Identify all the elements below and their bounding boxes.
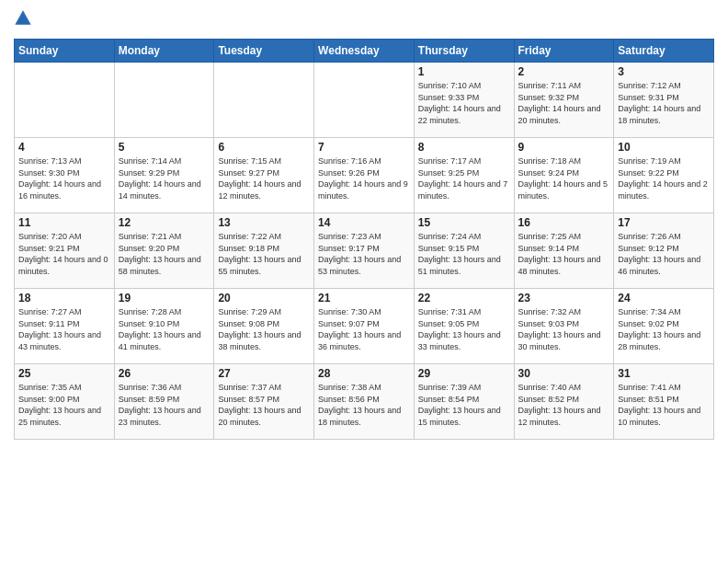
day-number: 4: [18, 141, 110, 154]
calendar-cell: 31Sunrise: 7:41 AMSunset: 8:51 PMDayligh…: [614, 364, 714, 440]
calendar-cell: [214, 63, 314, 138]
calendar-cell: 6Sunrise: 7:15 AMSunset: 9:27 PMDaylight…: [214, 138, 314, 213]
weekday-header-sunday: Sunday: [15, 40, 115, 63]
day-info: Sunrise: 7:30 AMSunset: 9:07 PMDaylight:…: [318, 306, 410, 352]
calendar-cell: 17Sunrise: 7:26 AMSunset: 9:12 PMDayligh…: [614, 213, 714, 289]
day-number: 10: [618, 141, 710, 154]
calendar-cell: 16Sunrise: 7:25 AMSunset: 9:14 PMDayligh…: [514, 213, 614, 289]
day-info: Sunrise: 7:23 AMSunset: 9:17 PMDaylight:…: [318, 231, 410, 277]
calendar-cell: 14Sunrise: 7:23 AMSunset: 9:17 PMDayligh…: [314, 213, 415, 289]
day-info: Sunrise: 7:32 AMSunset: 9:03 PMDaylight:…: [518, 306, 610, 352]
calendar-cell: 20Sunrise: 7:29 AMSunset: 9:08 PMDayligh…: [214, 289, 314, 364]
day-info: Sunrise: 7:13 AMSunset: 9:30 PMDaylight:…: [18, 155, 110, 201]
day-number: 26: [119, 367, 210, 380]
day-number: 28: [318, 367, 410, 380]
day-number: 30: [518, 367, 610, 380]
day-info: Sunrise: 7:14 AMSunset: 9:29 PMDaylight:…: [119, 155, 210, 201]
calendar-cell: 10Sunrise: 7:19 AMSunset: 9:22 PMDayligh…: [614, 138, 714, 213]
day-number: 8: [418, 141, 510, 154]
day-number: 16: [518, 216, 610, 229]
calendar-cell: 15Sunrise: 7:24 AMSunset: 9:15 PMDayligh…: [414, 213, 514, 289]
day-number: 29: [418, 367, 510, 380]
calendar-cell: 9Sunrise: 7:18 AMSunset: 9:24 PMDaylight…: [514, 138, 614, 213]
calendar-cell: 3Sunrise: 7:12 AMSunset: 9:31 PMDaylight…: [614, 63, 714, 138]
page: SundayMondayTuesdayWednesdayThursdayFrid…: [0, 0, 728, 563]
calendar-cell: 8Sunrise: 7:17 AMSunset: 9:25 PMDaylight…: [414, 138, 514, 213]
calendar-cell: 28Sunrise: 7:38 AMSunset: 8:56 PMDayligh…: [314, 364, 415, 440]
day-number: 24: [618, 292, 710, 304]
day-info: Sunrise: 7:40 AMSunset: 8:52 PMDaylight:…: [518, 382, 610, 428]
day-number: 27: [218, 367, 310, 380]
calendar-cell: 26Sunrise: 7:36 AMSunset: 8:59 PMDayligh…: [114, 364, 214, 440]
day-info: Sunrise: 7:26 AMSunset: 9:12 PMDaylight:…: [618, 231, 710, 277]
day-info: Sunrise: 7:12 AMSunset: 9:31 PMDaylight:…: [618, 80, 710, 126]
calendar-cell: 23Sunrise: 7:32 AMSunset: 9:03 PMDayligh…: [514, 289, 614, 364]
day-number: 19: [119, 292, 210, 304]
weekday-header-thursday: Thursday: [414, 40, 514, 63]
calendar-week-5: 25Sunrise: 7:35 AMSunset: 9:00 PMDayligh…: [15, 364, 714, 440]
day-info: Sunrise: 7:41 AMSunset: 8:51 PMDaylight:…: [618, 382, 710, 428]
calendar-table: SundayMondayTuesdayWednesdayThursdayFrid…: [14, 39, 714, 440]
day-number: 13: [218, 216, 310, 229]
day-info: Sunrise: 7:25 AMSunset: 9:14 PMDaylight:…: [518, 231, 610, 277]
logo-icon: [14, 9, 32, 31]
day-info: Sunrise: 7:22 AMSunset: 9:18 PMDaylight:…: [218, 231, 310, 277]
calendar-header-row: SundayMondayTuesdayWednesdayThursdayFrid…: [15, 40, 714, 63]
day-info: Sunrise: 7:15 AMSunset: 9:27 PMDaylight:…: [218, 155, 310, 201]
day-info: Sunrise: 7:16 AMSunset: 9:26 PMDaylight:…: [318, 155, 410, 201]
calendar-week-3: 11Sunrise: 7:20 AMSunset: 9:21 PMDayligh…: [15, 213, 714, 289]
logo: [14, 9, 36, 31]
day-info: Sunrise: 7:27 AMSunset: 9:11 PMDaylight:…: [18, 306, 110, 352]
calendar-cell: 5Sunrise: 7:14 AMSunset: 9:29 PMDaylight…: [114, 138, 214, 213]
day-number: 7: [318, 141, 410, 154]
calendar-cell: [15, 63, 115, 138]
calendar-cell: 4Sunrise: 7:13 AMSunset: 9:30 PMDaylight…: [15, 138, 115, 213]
calendar-cell: 19Sunrise: 7:28 AMSunset: 9:10 PMDayligh…: [114, 289, 214, 364]
calendar-cell: 11Sunrise: 7:20 AMSunset: 9:21 PMDayligh…: [15, 213, 115, 289]
day-number: 3: [618, 65, 710, 78]
day-info: Sunrise: 7:17 AMSunset: 9:25 PMDaylight:…: [418, 155, 510, 201]
calendar-cell: 1Sunrise: 7:10 AMSunset: 9:33 PMDaylight…: [414, 63, 514, 138]
day-info: Sunrise: 7:34 AMSunset: 9:02 PMDaylight:…: [618, 306, 710, 352]
day-number: 5: [119, 141, 210, 154]
day-number: 1: [418, 65, 510, 78]
day-info: Sunrise: 7:31 AMSunset: 9:05 PMDaylight:…: [418, 306, 510, 352]
day-number: 20: [218, 292, 310, 304]
weekday-header-monday: Monday: [114, 40, 214, 63]
calendar-cell: 2Sunrise: 7:11 AMSunset: 9:32 PMDaylight…: [514, 63, 614, 138]
day-info: Sunrise: 7:29 AMSunset: 9:08 PMDaylight:…: [218, 306, 310, 352]
day-number: 31: [618, 367, 710, 380]
day-info: Sunrise: 7:20 AMSunset: 9:21 PMDaylight:…: [18, 231, 110, 277]
calendar-week-2: 4Sunrise: 7:13 AMSunset: 9:30 PMDaylight…: [15, 138, 714, 213]
day-number: 17: [618, 216, 710, 229]
weekday-header-friday: Friday: [514, 40, 614, 63]
day-info: Sunrise: 7:28 AMSunset: 9:10 PMDaylight:…: [119, 306, 210, 352]
calendar-cell: 18Sunrise: 7:27 AMSunset: 9:11 PMDayligh…: [15, 289, 115, 364]
day-info: Sunrise: 7:39 AMSunset: 8:54 PMDaylight:…: [418, 382, 510, 428]
day-info: Sunrise: 7:18 AMSunset: 9:24 PMDaylight:…: [518, 155, 610, 201]
day-info: Sunrise: 7:11 AMSunset: 9:32 PMDaylight:…: [518, 80, 610, 126]
day-number: 2: [518, 65, 610, 78]
weekday-header-wednesday: Wednesday: [314, 40, 415, 63]
calendar-cell: 13Sunrise: 7:22 AMSunset: 9:18 PMDayligh…: [214, 213, 314, 289]
calendar-cell: 24Sunrise: 7:34 AMSunset: 9:02 PMDayligh…: [614, 289, 714, 364]
calendar-cell: [314, 63, 415, 138]
weekday-header-tuesday: Tuesday: [214, 40, 314, 63]
day-info: Sunrise: 7:19 AMSunset: 9:22 PMDaylight:…: [618, 155, 710, 201]
weekday-header-saturday: Saturday: [614, 40, 714, 63]
day-number: 14: [318, 216, 410, 229]
calendar-cell: [114, 63, 214, 138]
day-info: Sunrise: 7:35 AMSunset: 9:00 PMDaylight:…: [18, 382, 110, 428]
day-info: Sunrise: 7:10 AMSunset: 9:33 PMDaylight:…: [418, 80, 510, 126]
day-info: Sunrise: 7:37 AMSunset: 8:57 PMDaylight:…: [218, 382, 310, 428]
day-number: 11: [18, 216, 110, 229]
calendar-cell: 27Sunrise: 7:37 AMSunset: 8:57 PMDayligh…: [214, 364, 314, 440]
day-number: 6: [218, 141, 310, 154]
header-area: [14, 9, 714, 31]
day-number: 25: [18, 367, 110, 380]
calendar-cell: 12Sunrise: 7:21 AMSunset: 9:20 PMDayligh…: [114, 213, 214, 289]
day-info: Sunrise: 7:24 AMSunset: 9:15 PMDaylight:…: [418, 231, 510, 277]
day-info: Sunrise: 7:38 AMSunset: 8:56 PMDaylight:…: [318, 382, 410, 428]
day-number: 21: [318, 292, 410, 304]
day-number: 15: [418, 216, 510, 229]
